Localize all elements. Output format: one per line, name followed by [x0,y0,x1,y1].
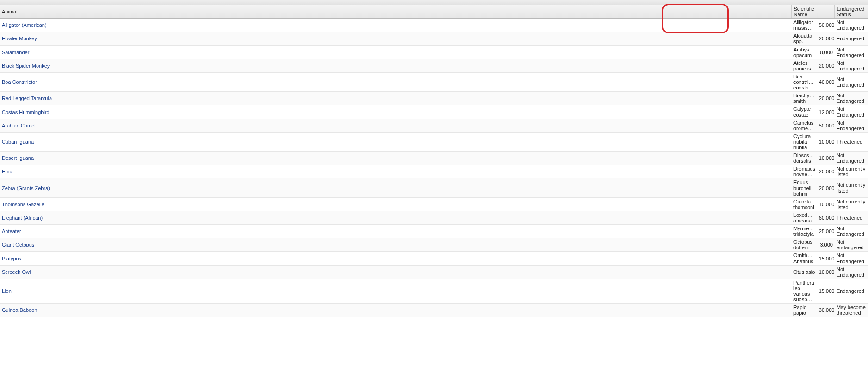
table-row[interactable]: AnteaterMyrme… tridactyla25,000Not Endan… [0,225,868,238]
cell-animal[interactable]: Platypus [0,252,792,265]
cell-animal[interactable]: Giant Octopus [0,238,792,252]
cell-animal[interactable]: Arabian Camel [0,119,792,132]
table-row[interactable]: Red Legged TarantulaBrachy… smithi20,000… [0,92,868,105]
cell-population: 30,000 [817,304,835,317]
table-row[interactable]: Arabian CamelCamelus drome…50,000Not End… [0,119,868,132]
cell-animal[interactable]: Black Spider Monkey [0,59,792,72]
table-row[interactable]: Thomsons GazelleGazella thomsoni10,000No… [0,197,868,211]
cell-status: Not Endangered [835,19,868,32]
cell-population: 20,000 [817,32,835,45]
cell-animal[interactable]: Thomsons Gazelle [0,197,792,211]
cell-population: 50,000 [817,119,835,132]
cell-population: 20,000 [817,165,835,178]
cell-scientific: Equus burchelli bohmi [792,178,817,197]
cell-animal[interactable]: Boa Constrictor [0,72,792,91]
cell-animal[interactable]: Salamander [0,45,792,59]
cell-animal[interactable]: Emu [0,165,792,178]
cell-scientific: Gazella thomsoni [792,197,817,211]
cell-population: 8,000 [817,45,835,59]
cell-animal[interactable]: Howler Monkey [0,32,792,45]
cell-status: Endangered [835,279,868,303]
cell-scientific: Octopus dofleini [792,238,817,252]
cell-scientific: Otus asio [792,265,817,279]
cell-population: 15,000 [817,252,835,265]
cell-population: 20,000 [817,92,835,105]
table-row[interactable]: Screech OwlOtus asio10,000Not Endangered [0,265,868,279]
cell-scientific: Camelus drome… [792,119,817,132]
cell-status: Not Endangered [835,225,868,238]
cell-population: 15,000 [817,279,835,303]
cell-status: Not Endangered [835,252,868,265]
table-row[interactable]: Boa ConstrictorBoa constri… constri…40,0… [0,72,868,91]
table-row[interactable]: Guinea BaboonPapio papio30,000May become… [0,304,868,317]
cell-status: Not Endangered [835,92,868,105]
cell-population: 20,000 [817,59,835,72]
cell-population: 10,000 [817,197,835,211]
cell-population: 60,000 [817,211,835,224]
cell-population: 25,000 [817,225,835,238]
col-header-animal[interactable]: Animal [0,5,792,19]
cell-status: Not Endangered [835,152,868,165]
cell-scientific: Alouatta spp. [792,32,817,45]
table-row[interactable]: Giant OctopusOctopus dofleini3,000Not en… [0,238,868,252]
cell-scientific: Papio papio [792,304,817,317]
cell-animal[interactable]: Desert Iguana [0,152,792,165]
table-header-row: Animal Scientific Name … Endangered Stat… [0,5,868,19]
cell-status: Threatened [835,132,868,151]
cell-scientific: Ambys… opacum [792,45,817,59]
cell-status: Not Endangered [835,119,868,132]
table-row[interactable]: Zebra (Grants Zebra)Equus burchelli bohm… [0,178,868,197]
cell-population: 50,000 [817,19,835,32]
window-toolbar [0,0,868,5]
table-row[interactable]: Alligator (American)Allligator missis…50… [0,19,868,32]
cell-animal[interactable]: Zebra (Grants Zebra) [0,178,792,197]
col-header-status[interactable]: Endangered Status [835,5,868,19]
animal-table[interactable]: Animal Scientific Name … Endangered Stat… [0,5,868,317]
cell-status: Not Endangered [835,59,868,72]
cell-animal[interactable]: Screech Owl [0,265,792,279]
cell-population: 12,000 [817,105,835,119]
cell-population: 3,000 [817,238,835,252]
cell-status: Endangered [835,32,868,45]
table-row[interactable]: SalamanderAmbys… opacum8,000Not Endanger… [0,45,868,59]
cell-status: Not currently listed [835,178,868,197]
table-row[interactable]: Black Spider MonkeyAteles panicus20,000N… [0,59,868,72]
cell-animal[interactable]: Costas Hummingbird [0,105,792,119]
cell-scientific: Panthera leo - various subsp… [792,279,817,303]
cell-population: 20,000 [817,178,835,197]
cell-status: Threatened [835,211,868,224]
table-row[interactable]: Desert IguanaDipsos… dorsalis10,000Not E… [0,152,868,165]
cell-animal[interactable]: Alligator (American) [0,19,792,32]
table-row[interactable]: EmuDromaius novae…20,000Not currently li… [0,165,868,178]
table-row[interactable]: Elephant (African)Loxod… africana60,000T… [0,211,868,224]
cell-animal[interactable]: Guinea Baboon [0,304,792,317]
cell-scientific: Dromaius novae… [792,165,817,178]
cell-population: 10,000 [817,265,835,279]
cell-animal[interactable]: Anteater [0,225,792,238]
cell-animal[interactable]: Red Legged Tarantula [0,92,792,105]
cell-scientific: Ornith… Anatinus [792,252,817,265]
cell-scientific: Ateles panicus [792,59,817,72]
table-row[interactable]: Costas HummingbirdCalypte costae12,000No… [0,105,868,119]
cell-status: Not currently listed [835,197,868,211]
cell-scientific: Myrme… tridactyla [792,225,817,238]
cell-population: 10,000 [817,132,835,151]
table-row[interactable]: LionPanthera leo - various subsp…15,000E… [0,279,868,303]
cell-animal[interactable]: Lion [0,279,792,303]
col-header-population[interactable]: … [817,5,835,19]
cell-status: Not Endangered [835,105,868,119]
table-row[interactable]: Howler MonkeyAlouatta spp.20,000Endanger… [0,32,868,45]
table-row[interactable]: PlatypusOrnith… Anatinus15,000Not Endang… [0,252,868,265]
cell-scientific: Loxod… africana [792,211,817,224]
cell-animal[interactable]: Elephant (African) [0,211,792,224]
cell-population: 40,000 [817,72,835,91]
cell-animal[interactable]: Cuban Iguana [0,132,792,151]
table-row[interactable]: Cuban IguanaCyclura nubila nubila10,000T… [0,132,868,151]
cell-scientific: Boa constri… constri… [792,72,817,91]
col-header-scientific[interactable]: Scientific Name [792,5,817,19]
cell-status: Not currently listed [835,165,868,178]
cell-status: May become threatened [835,304,868,317]
cell-status: Not endangered [835,238,868,252]
cell-scientific: Dipsos… dorsalis [792,152,817,165]
cell-population: 10,000 [817,152,835,165]
